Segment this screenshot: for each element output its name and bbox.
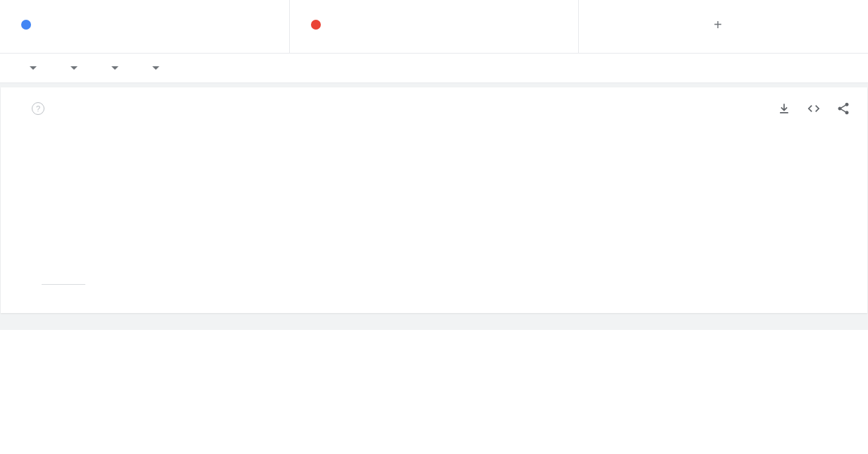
filter-period[interactable] [65,66,78,70]
line-chart [116,137,850,289]
average-bars [42,152,85,285]
filter-category[interactable] [106,66,118,70]
panel-wrap: ? [0,82,868,330]
chevron-down-icon [71,66,78,70]
help-icon[interactable]: ? [32,102,44,115]
chevron-down-icon [152,66,159,70]
compare-term-2[interactable] [290,0,580,53]
trend-panel: ? [1,87,867,313]
share-icon[interactable] [836,102,850,116]
panel-actions [777,102,850,116]
compare-row: + [0,0,868,54]
filter-region[interactable] [24,66,37,70]
line-chart-svg [116,137,850,285]
panel-title: ? [25,102,44,115]
average-column [25,137,102,289]
filter-type[interactable] [147,66,159,70]
add-compare-button[interactable]: + [579,0,868,53]
panel-head: ? [1,87,867,130]
chevron-down-icon [111,66,118,70]
chart-area [1,130,867,313]
series-dot-blue [21,20,31,30]
filter-bar [0,54,868,82]
chevron-down-icon [30,66,37,70]
plus-icon: + [714,17,722,33]
compare-term-1[interactable] [0,0,290,53]
series-dot-red [311,20,321,30]
download-icon[interactable] [777,102,791,116]
embed-icon[interactable] [807,102,821,116]
